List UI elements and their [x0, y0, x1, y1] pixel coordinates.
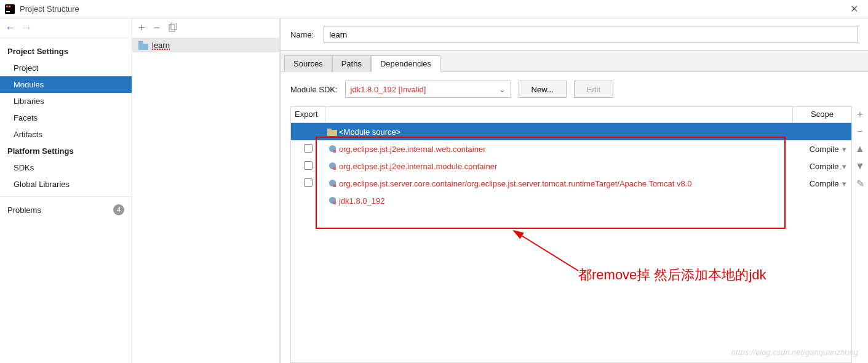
svg-rect-5	[171, 23, 177, 30]
tree-toolbar: + −	[132, 18, 279, 38]
sdk-label: Module SDK:	[290, 85, 338, 94]
library-invalid-icon	[325, 196, 339, 205]
watermark: https://blog.csdn.net/ganquanzhong	[731, 348, 858, 357]
tab-paths[interactable]: Paths	[332, 55, 371, 72]
module-sdk-select[interactable]: jdk1.8.0_192 [Invalid] ⌄	[345, 81, 511, 98]
sidebar: ← → Project Settings Project Modules Lib…	[0, 18, 132, 363]
svg-rect-4	[169, 25, 175, 31]
svg-rect-3	[9, 6, 10, 7]
export-checkbox[interactable]	[304, 178, 313, 187]
export-checkbox[interactable]	[304, 144, 313, 153]
remove-dep-icon[interactable]: −	[857, 126, 862, 137]
chevron-down-icon: ▾	[840, 145, 846, 154]
dep-name: org.eclipse.jst.j2ee.internal.module.con…	[339, 162, 792, 171]
dependencies-area: Export Scope <Module source>	[281, 106, 868, 363]
svg-rect-2	[6, 6, 8, 7]
tabs: Sources Paths Dependencies	[281, 51, 868, 72]
intellij-icon	[5, 4, 15, 14]
col-scope: Scope	[792, 107, 851, 122]
col-export: Export	[291, 107, 325, 122]
name-label: Name:	[290, 30, 314, 39]
sidebar-item-artifacts[interactable]: Artifacts	[0, 126, 132, 143]
problems-badge: 4	[113, 204, 124, 215]
export-checkbox[interactable]	[304, 161, 313, 170]
sidebar-heading-project: Project Settings	[0, 43, 132, 60]
folder-icon	[325, 127, 339, 136]
dep-scope-select[interactable]: Compile ▾	[792, 162, 851, 171]
sidebar-item-project[interactable]: Project	[0, 60, 132, 76]
chevron-down-icon: ▾	[840, 162, 846, 171]
sidebar-heading-platform: Platform Settings	[0, 143, 132, 159]
sidebar-nav: ← →	[0, 18, 132, 38]
forward-icon[interactable]: →	[21, 22, 32, 34]
col-name	[325, 107, 792, 122]
module-tree-panel: + − learn	[132, 18, 280, 363]
svg-rect-6	[138, 41, 143, 43]
chevron-down-icon: ⌄	[499, 85, 506, 94]
svg-rect-14	[333, 201, 336, 204]
add-dep-icon[interactable]: +	[857, 109, 862, 120]
sidebar-item-problems[interactable]: Problems 4	[0, 201, 132, 219]
dep-row[interactable]: jdk1.8.0_192	[291, 192, 851, 209]
add-icon[interactable]: +	[138, 22, 145, 34]
dep-scope-select[interactable]: Compile ▾	[792, 145, 851, 154]
tree-item-label: learn	[152, 41, 170, 50]
library-invalid-icon	[325, 162, 339, 171]
remove-icon[interactable]: −	[154, 22, 161, 34]
copy-icon[interactable]	[169, 23, 178, 34]
sidebar-item-libraries[interactable]: Libraries	[0, 93, 132, 110]
move-down-icon[interactable]: ▼	[855, 161, 865, 172]
edit-sdk-button: Edit	[574, 81, 613, 98]
library-invalid-icon	[325, 179, 339, 188]
deps-header: Export Scope	[291, 107, 851, 123]
problems-label: Problems	[7, 205, 41, 215]
dep-name: jdk1.8.0_192	[339, 196, 792, 205]
svg-rect-1	[6, 11, 10, 12]
dep-name: <Module source>	[339, 127, 792, 137]
sidebar-item-sdks[interactable]: SDKs	[0, 159, 132, 176]
tree-item-learn[interactable]: learn	[132, 38, 279, 52]
dep-row[interactable]: org.eclipse.jst.j2ee.internal.module.con…	[291, 158, 851, 175]
dep-row[interactable]: org.eclipse.jst.server.core.container/or…	[291, 175, 851, 192]
svg-rect-8	[333, 150, 336, 153]
sidebar-item-modules[interactable]: Modules	[0, 76, 132, 93]
tab-dependencies[interactable]: Dependencies	[371, 55, 440, 72]
dep-scope-select[interactable]: Compile ▾	[792, 179, 851, 188]
dep-name: org.eclipse.jst.server.core.container/or…	[339, 179, 792, 188]
content-panel: Name: Sources Paths Dependencies Module …	[280, 18, 868, 363]
sdk-value: jdk1.8.0_192 [Invalid]	[351, 85, 426, 94]
dependencies-table: Export Scope <Module source>	[290, 106, 852, 363]
move-up-icon[interactable]: ▲	[855, 143, 865, 154]
name-row: Name:	[281, 18, 868, 51]
chevron-down-icon: ▾	[840, 179, 846, 188]
new-sdk-button[interactable]: New...	[519, 81, 567, 98]
dep-row[interactable]: org.eclipse.jst.j2ee.internal.web.contai…	[291, 140, 851, 158]
library-invalid-icon	[325, 145, 339, 154]
annotation-text: 都remove掉 然后添加本地的jdk	[578, 266, 766, 284]
window-title: Project Structure	[20, 4, 845, 14]
sdk-row: Module SDK: jdk1.8.0_192 [Invalid] ⌄ New…	[281, 72, 868, 106]
tab-sources[interactable]: Sources	[284, 55, 332, 72]
dependency-tools: + − ▲ ▼ ✎	[852, 106, 868, 363]
dep-name: org.eclipse.jst.j2ee.internal.web.contai…	[339, 145, 792, 154]
sidebar-item-facets[interactable]: Facets	[0, 110, 132, 126]
close-icon[interactable]: ✕	[845, 3, 863, 15]
sidebar-divider	[0, 196, 132, 197]
titlebar: Project Structure ✕	[0, 0, 868, 18]
module-name-input[interactable]	[324, 26, 858, 43]
svg-rect-12	[333, 184, 336, 187]
svg-rect-10	[333, 167, 336, 170]
dep-row-module-source[interactable]: <Module source>	[291, 123, 851, 140]
edit-dep-icon[interactable]: ✎	[856, 178, 864, 189]
folder-icon	[138, 41, 148, 50]
sidebar-item-global-libs[interactable]: Global Libraries	[0, 176, 132, 193]
main-area: ← → Project Settings Project Modules Lib…	[0, 18, 868, 363]
back-icon[interactable]: ←	[5, 22, 16, 34]
